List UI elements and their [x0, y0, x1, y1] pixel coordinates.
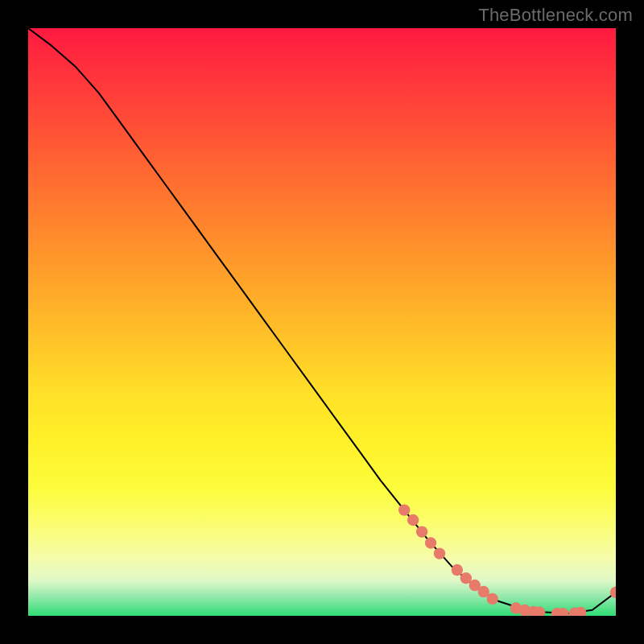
data-point: [487, 593, 498, 605]
chart-frame: TheBottleneck.com: [0, 0, 644, 644]
data-point: [416, 526, 427, 537]
data-point: [407, 514, 419, 526]
data-markers: [398, 504, 616, 616]
bottleneck-curve: [28, 28, 616, 613]
data-point: [434, 547, 445, 559]
chart-svg: [28, 28, 616, 616]
data-point: [425, 537, 436, 548]
plot-area: [28, 28, 616, 616]
watermark-text: TheBottleneck.com: [478, 5, 633, 26]
data-point: [452, 564, 463, 576]
data-point: [398, 504, 410, 515]
